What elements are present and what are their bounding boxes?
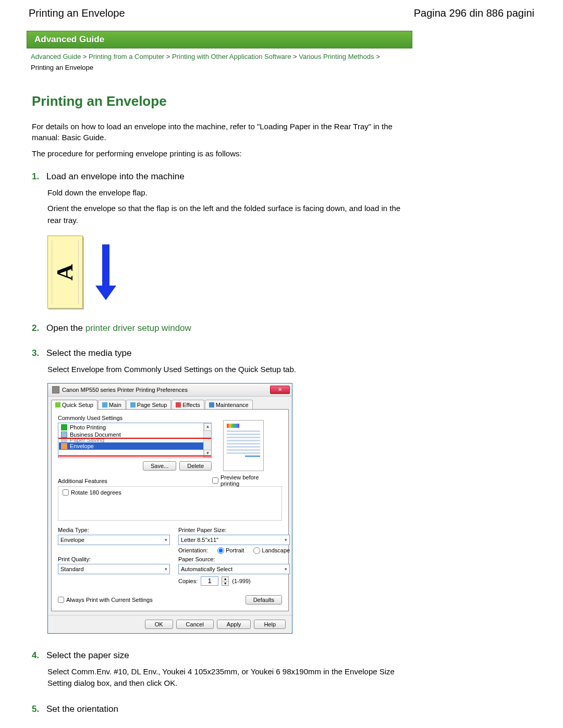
advanced-guide-bar: Advanced Guide	[27, 31, 412, 48]
tab-effects[interactable]: Effects	[172, 400, 204, 410]
envelope-letter: A	[52, 264, 79, 280]
envelope-diagram: A	[47, 236, 412, 309]
paper-source-select[interactable]: Automatically Select	[178, 564, 290, 574]
envelope-icon: A	[47, 236, 83, 309]
copies-spinner[interactable]: ▲▼	[222, 576, 229, 586]
step-1: 1. Load an envelope into the machine Fol…	[32, 171, 412, 309]
page-title: Printing an Envelope	[32, 93, 412, 109]
page-header: Printing an Envelope Pagina 296 din 886 …	[29, 7, 534, 19]
step-number: 2.	[32, 323, 43, 334]
print-quality-label: Print Quality:	[58, 556, 170, 562]
step-body-line: Select Comm.Env. #10, DL Env., Youkei 4 …	[47, 666, 412, 689]
list-item-photo[interactable]: Photo Printing	[59, 424, 211, 431]
step-3: 3. Select the media type Select Envelope…	[32, 348, 412, 634]
step-2: 2. Open the printer driver setup window	[32, 323, 412, 334]
photo-icon	[61, 424, 67, 430]
breadcrumb-sep: >	[293, 53, 297, 60]
always-print-checkbox-input[interactable]	[58, 597, 64, 603]
paper-size-select[interactable]: Letter 8.5"x11"	[178, 535, 290, 545]
paper-size-label: Printer Paper Size:	[178, 527, 290, 533]
list-item-business[interactable]: Business Document	[59, 431, 211, 438]
step-title: Load an envelope into the machine	[46, 171, 185, 182]
step-number: 1.	[32, 171, 43, 182]
copies-input[interactable]	[201, 576, 218, 586]
step-title: Select the paper size	[46, 650, 129, 661]
dialog-titlebar: Canon MP550 series Printer Printing Pref…	[48, 384, 292, 397]
help-button[interactable]: Help	[254, 620, 286, 629]
print-quality-select[interactable]: Standard	[58, 564, 170, 574]
step-title: Select the media type	[46, 348, 131, 359]
save-button[interactable]: Save...	[143, 461, 176, 471]
media-type-label: Media Type:	[58, 527, 170, 533]
breadcrumb-sep: >	[166, 53, 170, 60]
commonly-used-listbox[interactable]: Photo Printing Business Document Paper S…	[58, 423, 212, 458]
main-icon	[102, 402, 107, 408]
tab-page-setup[interactable]: Page Setup	[126, 400, 172, 410]
delete-button[interactable]: Delete	[179, 461, 212, 471]
printer-driver-link[interactable]: printer driver setup window	[85, 323, 191, 333]
orientation-label: Orientation:	[178, 547, 208, 553]
defaults-button[interactable]: Defaults	[246, 595, 282, 604]
step-number: 3.	[32, 348, 43, 359]
paper-source-label: Paper Source:	[178, 556, 290, 562]
copies-range: (1-999)	[232, 578, 250, 584]
intro-paragraph-1: For details on how to load an envelope i…	[32, 121, 412, 143]
tab-maintenance[interactable]: Maintenance	[205, 400, 253, 410]
page-setup-icon	[130, 402, 136, 408]
breadcrumb-link-advanced-guide[interactable]: Advanced Guide	[31, 53, 81, 60]
step-body-line: Fold down the envelope flap.	[47, 187, 412, 199]
breadcrumb-current: Printing an Envelope	[31, 64, 93, 71]
tab-quick-setup[interactable]: Quick Setup	[51, 400, 97, 410]
quick-setup-icon	[55, 402, 60, 408]
scroll-down-button[interactable]: ▼	[204, 450, 212, 458]
list-item-paper-saving[interactable]: Paper Saving	[59, 438, 211, 442]
media-type-select[interactable]: Envelope	[58, 535, 170, 545]
breadcrumb-sep: >	[83, 53, 87, 60]
step-body-line: Select Envelope from Commonly Used Setti…	[47, 364, 412, 376]
step-number: 4.	[32, 650, 43, 661]
header-left: Printing an Envelope	[29, 7, 125, 19]
intro-paragraph-2: The procedure for performing envelope pr…	[32, 148, 412, 159]
close-button[interactable]: ✕	[270, 386, 290, 394]
step-number: 5.	[32, 704, 43, 714]
scroll-up-button[interactable]: ▲	[204, 423, 212, 431]
print-preferences-dialog: Canon MP550 series Printer Printing Pref…	[47, 383, 292, 634]
orientation-landscape-radio[interactable]: Landscape	[253, 547, 290, 554]
step-title-prefix: Open the	[46, 323, 85, 333]
header-right: Pagina 296 din 886 pagini	[414, 7, 534, 19]
apply-button[interactable]: Apply	[217, 620, 251, 629]
paper-saving-icon	[61, 438, 67, 442]
step-title: Open the printer driver setup window	[46, 323, 191, 334]
list-item-envelope[interactable]: Envelope	[59, 442, 211, 450]
breadcrumb: Advanced Guide > Printing from a Compute…	[31, 52, 417, 73]
breadcrumb-link-other-app[interactable]: Printing with Other Application Software	[172, 53, 291, 60]
maintenance-icon	[209, 402, 214, 408]
scrollbar[interactable]: ▲ ▼	[203, 423, 211, 458]
step-body-line: Orient the envelope so that the flap is …	[47, 203, 412, 226]
breadcrumb-link-various-methods[interactable]: Various Printing Methods	[299, 53, 374, 60]
step-title: Set the orientation	[46, 704, 118, 714]
rotate-checkbox-input[interactable]	[63, 489, 69, 496]
step-5: 5. Set the orientation	[32, 704, 412, 714]
preview-thumbnail	[223, 420, 264, 471]
orientation-portrait-radio[interactable]: Portrait	[217, 547, 244, 554]
step-4: 4. Select the paper size Select Comm.Env…	[32, 650, 412, 689]
rotate-checkbox[interactable]: Rotate 180 degrees	[63, 489, 277, 496]
breadcrumb-link-printing-computer[interactable]: Printing from a Computer	[89, 53, 164, 60]
copies-label: Copies:	[178, 578, 198, 584]
breadcrumb-sep: >	[376, 53, 380, 60]
ok-button[interactable]: OK	[145, 620, 173, 629]
always-print-checkbox[interactable]: Always Print with Current Settings	[58, 597, 153, 603]
app-icon	[52, 386, 59, 393]
dialog-tabs: Quick Setup Main Page Setup Effects Main…	[48, 397, 292, 410]
effects-icon	[176, 402, 181, 408]
preview-checkbox-input[interactable]	[212, 477, 218, 484]
additional-features-box: Rotate 180 degrees	[58, 486, 282, 521]
arrow-down-icon	[95, 244, 116, 300]
preview-checkbox[interactable]: Preview before printing	[212, 474, 275, 487]
cancel-button[interactable]: Cancel	[176, 620, 214, 629]
envelope-item-icon	[61, 443, 67, 449]
document-icon	[61, 431, 67, 438]
dialog-button-row: OK Cancel Apply Help	[48, 615, 292, 633]
tab-main[interactable]: Main	[98, 400, 126, 410]
